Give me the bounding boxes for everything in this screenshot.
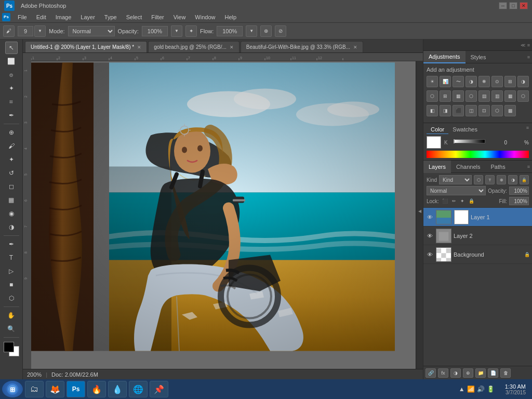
move-tool[interactable]: ↖ (5, 42, 18, 54)
menu-layer[interactable]: Layer (76, 13, 99, 21)
maximize-button[interactable]: □ (509, 2, 517, 9)
tab-gold-beach[interactable]: gold beach.jpg @ 25% (RGB/... ✕ (148, 41, 240, 52)
taskbar-files[interactable]: 🗂 (25, 381, 44, 397)
layer-mask-button[interactable]: ◑ (450, 368, 461, 378)
adj-icon-b[interactable]: ◨ (440, 105, 451, 116)
airbrush-toggle[interactable]: ✦ (185, 25, 197, 37)
fill-input[interactable]: 100% (509, 197, 529, 205)
menu-type[interactable]: Type (100, 13, 121, 21)
menu-help[interactable]: Help (220, 13, 241, 21)
panel-options-button[interactable]: ≡ (527, 43, 530, 48)
opacity-dropdown[interactable]: ▼ (171, 25, 182, 37)
layer-filter-icon2[interactable]: T (485, 175, 495, 184)
foreground-color-preview[interactable] (427, 136, 441, 149)
color-boxes[interactable] (4, 342, 19, 356)
foreground-color-swatch[interactable] (4, 342, 14, 352)
tool-options-icon[interactable]: 🖌 (3, 25, 15, 37)
posterize-adj[interactable]: ▤ (478, 90, 490, 102)
lasso-tool[interactable]: ⌾ (5, 69, 18, 81)
clone-stamp-tool[interactable]: ✦ (5, 153, 18, 166)
tab-untitled[interactable]: Untitled-1 @ 200% (Layer 1, Layer Mask/8… (25, 41, 147, 52)
color-spectrum-bar[interactable] (427, 151, 529, 158)
tab-beautiful-girl[interactable]: Beautiful-Girl-With-Bike.jpg @ 33.3% (RG… (241, 41, 363, 52)
type-tool[interactable]: T (5, 251, 18, 264)
adj-panel-menu[interactable]: ≡ (525, 55, 532, 60)
color-lookup-adj[interactable]: ▦ (453, 90, 464, 102)
taskbar-browser[interactable]: 🦊 (46, 381, 64, 397)
adj-icon-e[interactable]: ⊡ (478, 105, 490, 116)
invert-adj[interactable]: ⬡ (466, 90, 477, 102)
layer-folder-button[interactable]: 📁 (475, 368, 486, 378)
brush-size-input[interactable]: 9 (18, 26, 33, 36)
lock-pixels-icon[interactable]: ⬛ (441, 197, 449, 205)
panel-toggle-icon[interactable]: ◀ (417, 209, 422, 214)
k-slider[interactable] (454, 139, 485, 145)
layer-item-layer2[interactable]: 👁 Layer 2 (423, 227, 532, 245)
layer2-visibility-toggle[interactable]: 👁 (425, 232, 434, 240)
adj-icon-d[interactable]: ◫ (466, 105, 477, 116)
close-button[interactable]: ✕ (520, 2, 528, 9)
vibrance-adj[interactable]: ❋ (478, 76, 490, 87)
layer-adjustment-button[interactable]: ⊕ (463, 368, 473, 378)
gradient-map-adj[interactable]: ▦ (504, 90, 516, 102)
menu-image[interactable]: Image (51, 13, 76, 21)
brightness-contrast-adj[interactable]: ☀ (427, 76, 438, 87)
tray-network-icon[interactable]: 📶 (467, 385, 475, 393)
delete-layer-button[interactable]: 🗑 (500, 368, 511, 378)
quick-select-tool[interactable]: ✦ (5, 82, 18, 95)
tray-volume-icon[interactable]: 🔊 (477, 385, 485, 393)
levels-adj[interactable]: 📊 (440, 76, 451, 87)
panel-toggle-strip[interactable]: ◀ (416, 53, 423, 369)
history-brush-tool[interactable]: ↺ (5, 167, 18, 179)
menu-edit[interactable]: Edit (32, 13, 50, 21)
hand-tool[interactable]: ✋ (5, 309, 18, 322)
eraser-tool[interactable]: ◻ (5, 180, 18, 193)
adj-icon-f[interactable]: ⬡ (491, 105, 503, 116)
adj-icon-a[interactable]: ◧ (427, 105, 438, 116)
taskbar-photoshop[interactable]: Ps (66, 381, 85, 397)
tab-gold-beach-close[interactable]: ✕ (230, 45, 234, 50)
layer-filter-icon4[interactable]: ◑ (508, 175, 517, 184)
smooth-option[interactable]: ⊕ (260, 25, 272, 37)
gradient-tool[interactable]: ▦ (5, 194, 18, 206)
title-bar-controls[interactable]: ─ □ ✕ (499, 2, 528, 9)
tab-untitled-close[interactable]: ✕ (137, 45, 141, 50)
lock-paint-icon[interactable]: ✏ (451, 197, 457, 205)
taskbar-app7[interactable]: 📌 (150, 381, 168, 397)
selective-color-adj[interactable]: ⬡ (517, 90, 529, 102)
shape-tool[interactable]: ■ (5, 278, 18, 291)
rectangular-marquee-tool[interactable]: ⬜ (5, 55, 18, 68)
flow-input[interactable]: 100% (217, 26, 243, 36)
opacity-input[interactable]: 100% (142, 26, 168, 36)
tray-battery-icon[interactable]: 🔋 (487, 385, 495, 393)
background-visibility-toggle[interactable]: 👁 (425, 250, 434, 259)
pen-pressure[interactable]: ⊘ (275, 25, 286, 37)
eyedropper-tool[interactable]: ✒ (5, 109, 18, 122)
tray-arrow-icon[interactable]: ▲ (459, 385, 465, 393)
layer-filter-icon1[interactable]: ⬡ (474, 175, 483, 184)
layer-opacity-input[interactable]: 100% (509, 187, 529, 195)
panel-collapse-button[interactable]: ≪ (521, 43, 525, 48)
path-selection-tool[interactable]: ▷ (5, 265, 18, 277)
tab-beautiful-girl-close[interactable]: ✕ (353, 45, 357, 50)
threshold-adj[interactable]: ▥ (491, 90, 503, 102)
taskbar-app4[interactable]: 🔥 (87, 381, 106, 397)
tab-styles[interactable]: Styles (466, 51, 491, 63)
curves-adj[interactable]: 〜 (453, 76, 464, 87)
filter-kind-select[interactable]: Kind (439, 175, 472, 184)
layers-panel-menu[interactable]: ≡ (525, 164, 532, 169)
healing-brush-tool[interactable]: ⊕ (5, 126, 18, 139)
menu-window[interactable]: Window (191, 13, 219, 21)
brush-picker-button[interactable]: ▼ (34, 25, 46, 37)
workspace[interactable]: 1 2 3 4 5 6 7 8 (23, 53, 423, 369)
color-panel-menu[interactable]: ≡ (526, 125, 529, 134)
layer-blend-mode-select[interactable]: Normal (427, 186, 486, 195)
layer-link-button[interactable]: 🔗 (425, 368, 436, 378)
layer-item-layer1[interactable]: 👁 Layer 1 (423, 208, 532, 227)
taskbar-app5[interactable]: 💧 (108, 381, 127, 397)
layer1-visibility-toggle[interactable]: 👁 (425, 213, 434, 221)
channel-mixer-adj[interactable]: ⊞ (440, 90, 451, 102)
lock-position-icon[interactable]: ✦ (459, 197, 466, 205)
layer-filter-icon3[interactable]: ⊕ (497, 175, 506, 184)
adj-icon-g[interactable]: ▩ (504, 105, 516, 116)
